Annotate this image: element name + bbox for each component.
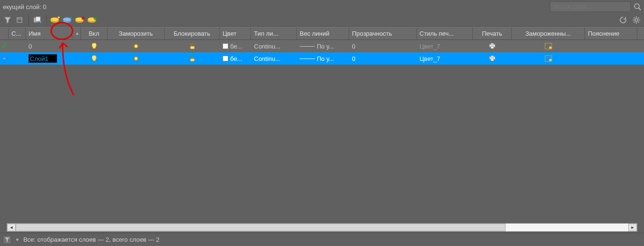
scroll-right-icon[interactable]: ► (628, 224, 637, 231)
current-layer-check-icon (0, 40, 9, 52)
vpfreeze-cell[interactable] (512, 40, 585, 52)
freeze-cell[interactable] (107, 40, 165, 52)
plotstyle-cell[interactable]: Цвет_7 (417, 52, 473, 65)
svg-line-25 (634, 21, 635, 22)
col-lock[interactable]: Блокировать (165, 27, 220, 39)
layer-states-icon[interactable] (32, 14, 43, 26)
scroll-thumb[interactable] (16, 224, 506, 231)
svg-point-41 (549, 47, 552, 49)
refresh-icon[interactable] (617, 14, 629, 26)
col-name-label: Имя (29, 30, 40, 37)
lineweight-sample (300, 46, 315, 47)
color-swatch (223, 43, 228, 49)
color-cell[interactable]: бе... (220, 40, 251, 52)
svg-line-32 (133, 43, 134, 44)
color-cell[interactable]: бе... (220, 52, 251, 65)
svg-line-50 (133, 60, 134, 61)
svg-marker-42 (1, 57, 7, 60)
col-status-indicator[interactable] (0, 27, 9, 39)
col-transparency[interactable]: Прозрачность (349, 27, 417, 39)
transparency-cell[interactable]: 0 (349, 52, 417, 65)
new-layer-icon[interactable] (49, 14, 61, 26)
col-plotstyle[interactable]: Стиль печ... (417, 27, 473, 39)
search-icon[interactable] (634, 3, 641, 10)
filter-new-icon[interactable] (14, 14, 26, 26)
layer-icon (0, 52, 9, 65)
set-current-icon[interactable] (87, 14, 98, 26)
svg-line-24 (638, 21, 639, 22)
on-cell[interactable] (81, 52, 107, 65)
layer-name-input[interactable] (29, 54, 57, 63)
svg-rect-38 (491, 47, 494, 49)
name-cell[interactable]: 0 (26, 40, 72, 52)
horizontal-scrollbar[interactable]: ◄ ► (7, 223, 637, 232)
svg-line-1 (639, 8, 641, 10)
svg-point-27 (134, 44, 138, 48)
svg-line-51 (138, 56, 139, 57)
header: екущий слой: 0 (0, 0, 644, 13)
new-layer-vp-frozen-icon[interactable] (62, 14, 73, 26)
svg-point-0 (634, 4, 639, 9)
col-on[interactable]: Вкл (81, 27, 107, 39)
svg-rect-5 (36, 17, 40, 21)
vpfreeze-cell[interactable] (512, 52, 585, 65)
plot-cell[interactable] (473, 52, 512, 65)
transparency-cell[interactable]: 0 (349, 40, 417, 52)
plotstyle-cell[interactable]: Цвет_7 (417, 40, 473, 52)
status-cell (9, 52, 26, 65)
col-color[interactable]: Цвет (220, 27, 251, 39)
plot-cell[interactable] (473, 40, 512, 52)
col-plot[interactable]: Печать (473, 27, 512, 39)
svg-point-57 (549, 59, 552, 61)
col-name[interactable]: Имя (26, 27, 72, 39)
search-input[interactable] (550, 1, 631, 12)
col-vpfreeze[interactable]: Замороженны... (512, 27, 585, 39)
scroll-left-icon[interactable]: ◄ (7, 224, 16, 231)
scroll-track[interactable] (16, 224, 628, 231)
col-description[interactable]: Пояснение (585, 27, 637, 39)
svg-rect-54 (491, 59, 494, 61)
svg-line-49 (138, 60, 139, 61)
color-swatch (223, 56, 228, 61)
svg-line-34 (133, 48, 134, 49)
col-linetype[interactable]: Тип ли... (251, 27, 297, 39)
sort-indicator[interactable]: ▲ (72, 27, 81, 39)
lineweight-label: По у... (317, 43, 334, 50)
svg-point-43 (134, 57, 138, 60)
svg-rect-36 (190, 46, 195, 49)
gear-icon[interactable] (631, 14, 642, 26)
table-row[interactable]: 0 бе... Continu... По у... 0 Цвет_7 (0, 40, 644, 52)
status-cell (9, 40, 26, 52)
svg-line-33 (138, 48, 139, 49)
lock-cell[interactable] (165, 52, 220, 65)
svg-point-11 (63, 17, 71, 21)
lineweight-cell[interactable]: По у... (297, 40, 349, 52)
svg-rect-55 (491, 56, 494, 57)
lock-cell[interactable] (165, 40, 220, 52)
svg-rect-2 (17, 18, 22, 22)
svg-point-8 (50, 17, 59, 21)
table-row[interactable]: бе... Continu... По у... 0 Цвет_7 (0, 52, 644, 65)
grid-body: 0 бе... Continu... По у... 0 Цвет_7 бе..… (0, 40, 644, 221)
grid-header: С... Имя ▲ Вкл Заморозить Блокировать Цв… (0, 27, 644, 40)
description-cell[interactable] (585, 40, 637, 52)
name-cell[interactable] (26, 52, 72, 65)
col-freeze[interactable]: Заморозить (107, 27, 165, 39)
description-cell[interactable] (585, 52, 637, 65)
lineweight-cell[interactable]: По у... (297, 52, 349, 65)
linetype-cell[interactable]: Continu... (251, 52, 297, 65)
freeze-cell[interactable] (107, 52, 165, 65)
on-cell[interactable] (81, 40, 107, 52)
linetype-cell[interactable]: Continu... (251, 40, 297, 52)
color-label: бе... (230, 43, 242, 50)
filter-icon[interactable] (2, 14, 13, 26)
delete-layer-icon[interactable] (74, 14, 86, 26)
svg-point-9 (58, 16, 60, 18)
svg-line-23 (634, 17, 635, 18)
lineweight-sample (300, 59, 315, 59)
col-status[interactable]: С... (9, 27, 26, 39)
invert-filter-icon[interactable] (3, 236, 11, 244)
col-lineweight[interactable]: Вес линий (297, 27, 349, 39)
lineweight-label: По у... (317, 55, 334, 62)
status-bar: ▼ Все: отображается слоев — 2, всего сло… (0, 233, 644, 246)
